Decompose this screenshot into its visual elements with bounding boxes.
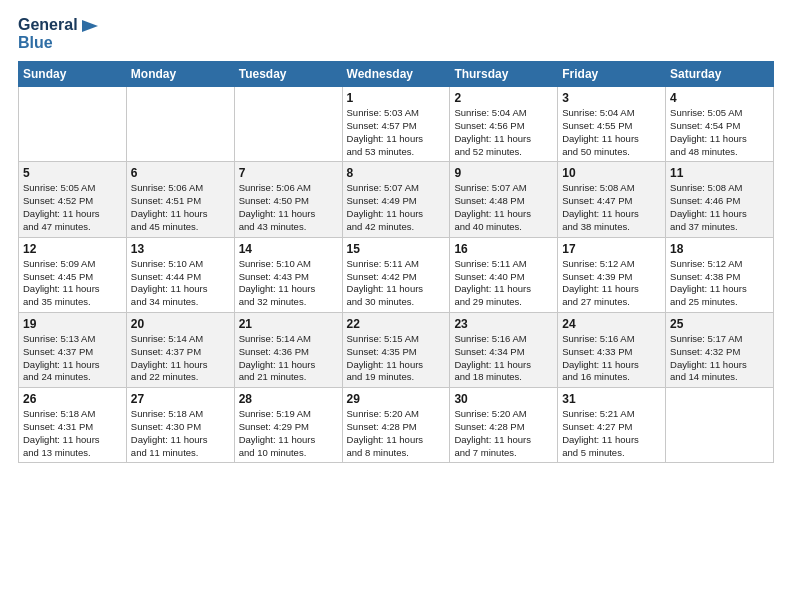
calendar-cell: 19Sunrise: 5:13 AMSunset: 4:37 PMDayligh… [19, 312, 127, 387]
calendar-cell: 10Sunrise: 5:08 AMSunset: 4:47 PMDayligh… [558, 162, 666, 237]
calendar-table: SundayMondayTuesdayWednesdayThursdayFrid… [18, 61, 774, 463]
day-info: Sunrise: 5:19 AMSunset: 4:29 PMDaylight:… [239, 408, 338, 459]
day-info: Sunrise: 5:12 AMSunset: 4:38 PMDaylight:… [670, 258, 769, 309]
calendar-cell: 15Sunrise: 5:11 AMSunset: 4:42 PMDayligh… [342, 237, 450, 312]
day-number: 20 [131, 317, 230, 331]
day-number: 11 [670, 166, 769, 180]
weekday-header-wednesday: Wednesday [342, 62, 450, 87]
day-info: Sunrise: 5:08 AMSunset: 4:46 PMDaylight:… [670, 182, 769, 233]
day-number: 8 [347, 166, 446, 180]
calendar-cell: 26Sunrise: 5:18 AMSunset: 4:31 PMDayligh… [19, 388, 127, 463]
calendar-cell: 8Sunrise: 5:07 AMSunset: 4:49 PMDaylight… [342, 162, 450, 237]
day-info: Sunrise: 5:08 AMSunset: 4:47 PMDaylight:… [562, 182, 661, 233]
day-info: Sunrise: 5:07 AMSunset: 4:48 PMDaylight:… [454, 182, 553, 233]
day-info: Sunrise: 5:04 AMSunset: 4:56 PMDaylight:… [454, 107, 553, 158]
calendar-cell: 16Sunrise: 5:11 AMSunset: 4:40 PMDayligh… [450, 237, 558, 312]
header: General Blue [18, 16, 774, 51]
calendar-cell: 7Sunrise: 5:06 AMSunset: 4:50 PMDaylight… [234, 162, 342, 237]
day-number: 10 [562, 166, 661, 180]
calendar-cell: 22Sunrise: 5:15 AMSunset: 4:35 PMDayligh… [342, 312, 450, 387]
calendar-week-3: 12Sunrise: 5:09 AMSunset: 4:45 PMDayligh… [19, 237, 774, 312]
logo-arrow-icon [82, 20, 98, 32]
day-info: Sunrise: 5:18 AMSunset: 4:30 PMDaylight:… [131, 408, 230, 459]
day-number: 7 [239, 166, 338, 180]
day-info: Sunrise: 5:09 AMSunset: 4:45 PMDaylight:… [23, 258, 122, 309]
day-number: 22 [347, 317, 446, 331]
day-info: Sunrise: 5:13 AMSunset: 4:37 PMDaylight:… [23, 333, 122, 384]
day-number: 3 [562, 91, 661, 105]
day-number: 18 [670, 242, 769, 256]
calendar-cell: 4Sunrise: 5:05 AMSunset: 4:54 PMDaylight… [666, 87, 774, 162]
day-number: 21 [239, 317, 338, 331]
calendar-week-1: 1Sunrise: 5:03 AMSunset: 4:57 PMDaylight… [19, 87, 774, 162]
day-number: 29 [347, 392, 446, 406]
calendar-cell: 2Sunrise: 5:04 AMSunset: 4:56 PMDaylight… [450, 87, 558, 162]
calendar-cell: 17Sunrise: 5:12 AMSunset: 4:39 PMDayligh… [558, 237, 666, 312]
weekday-header-friday: Friday [558, 62, 666, 87]
calendar-cell: 1Sunrise: 5:03 AMSunset: 4:57 PMDaylight… [342, 87, 450, 162]
calendar-cell: 28Sunrise: 5:19 AMSunset: 4:29 PMDayligh… [234, 388, 342, 463]
day-number: 27 [131, 392, 230, 406]
calendar-cell: 6Sunrise: 5:06 AMSunset: 4:51 PMDaylight… [126, 162, 234, 237]
logo-text-block: General Blue [18, 16, 98, 51]
calendar-week-5: 26Sunrise: 5:18 AMSunset: 4:31 PMDayligh… [19, 388, 774, 463]
calendar-cell: 30Sunrise: 5:20 AMSunset: 4:28 PMDayligh… [450, 388, 558, 463]
day-number: 19 [23, 317, 122, 331]
day-number: 26 [23, 392, 122, 406]
calendar-cell: 24Sunrise: 5:16 AMSunset: 4:33 PMDayligh… [558, 312, 666, 387]
calendar-cell: 25Sunrise: 5:17 AMSunset: 4:32 PMDayligh… [666, 312, 774, 387]
day-info: Sunrise: 5:11 AMSunset: 4:40 PMDaylight:… [454, 258, 553, 309]
weekday-header-tuesday: Tuesday [234, 62, 342, 87]
day-info: Sunrise: 5:07 AMSunset: 4:49 PMDaylight:… [347, 182, 446, 233]
calendar-cell: 12Sunrise: 5:09 AMSunset: 4:45 PMDayligh… [19, 237, 127, 312]
day-number: 14 [239, 242, 338, 256]
logo-blue: Blue [18, 34, 98, 52]
day-number: 4 [670, 91, 769, 105]
weekday-header-row: SundayMondayTuesdayWednesdayThursdayFrid… [19, 62, 774, 87]
day-number: 25 [670, 317, 769, 331]
logo-general: General [18, 16, 98, 34]
day-number: 31 [562, 392, 661, 406]
calendar-cell: 9Sunrise: 5:07 AMSunset: 4:48 PMDaylight… [450, 162, 558, 237]
calendar-cell [666, 388, 774, 463]
day-info: Sunrise: 5:04 AMSunset: 4:55 PMDaylight:… [562, 107, 661, 158]
calendar-cell: 27Sunrise: 5:18 AMSunset: 4:30 PMDayligh… [126, 388, 234, 463]
calendar-week-2: 5Sunrise: 5:05 AMSunset: 4:52 PMDaylight… [19, 162, 774, 237]
calendar-cell: 14Sunrise: 5:10 AMSunset: 4:43 PMDayligh… [234, 237, 342, 312]
day-number: 17 [562, 242, 661, 256]
day-number: 2 [454, 91, 553, 105]
day-number: 30 [454, 392, 553, 406]
calendar-cell: 13Sunrise: 5:10 AMSunset: 4:44 PMDayligh… [126, 237, 234, 312]
calendar-cell: 31Sunrise: 5:21 AMSunset: 4:27 PMDayligh… [558, 388, 666, 463]
calendar-cell: 29Sunrise: 5:20 AMSunset: 4:28 PMDayligh… [342, 388, 450, 463]
calendar-cell: 20Sunrise: 5:14 AMSunset: 4:37 PMDayligh… [126, 312, 234, 387]
day-number: 13 [131, 242, 230, 256]
weekday-header-saturday: Saturday [666, 62, 774, 87]
day-info: Sunrise: 5:05 AMSunset: 4:52 PMDaylight:… [23, 182, 122, 233]
day-info: Sunrise: 5:14 AMSunset: 4:36 PMDaylight:… [239, 333, 338, 384]
day-number: 24 [562, 317, 661, 331]
weekday-header-sunday: Sunday [19, 62, 127, 87]
day-info: Sunrise: 5:10 AMSunset: 4:43 PMDaylight:… [239, 258, 338, 309]
calendar-cell: 3Sunrise: 5:04 AMSunset: 4:55 PMDaylight… [558, 87, 666, 162]
day-info: Sunrise: 5:20 AMSunset: 4:28 PMDaylight:… [454, 408, 553, 459]
day-info: Sunrise: 5:03 AMSunset: 4:57 PMDaylight:… [347, 107, 446, 158]
page: General Blue SundayMondayTuesdayWednesda… [0, 0, 792, 612]
calendar-cell: 23Sunrise: 5:16 AMSunset: 4:34 PMDayligh… [450, 312, 558, 387]
day-info: Sunrise: 5:12 AMSunset: 4:39 PMDaylight:… [562, 258, 661, 309]
weekday-header-thursday: Thursday [450, 62, 558, 87]
day-info: Sunrise: 5:15 AMSunset: 4:35 PMDaylight:… [347, 333, 446, 384]
calendar-cell: 21Sunrise: 5:14 AMSunset: 4:36 PMDayligh… [234, 312, 342, 387]
calendar-cell [19, 87, 127, 162]
calendar-cell: 5Sunrise: 5:05 AMSunset: 4:52 PMDaylight… [19, 162, 127, 237]
svg-marker-0 [82, 20, 98, 32]
day-info: Sunrise: 5:21 AMSunset: 4:27 PMDaylight:… [562, 408, 661, 459]
calendar-cell: 18Sunrise: 5:12 AMSunset: 4:38 PMDayligh… [666, 237, 774, 312]
day-number: 23 [454, 317, 553, 331]
day-number: 6 [131, 166, 230, 180]
day-info: Sunrise: 5:18 AMSunset: 4:31 PMDaylight:… [23, 408, 122, 459]
day-info: Sunrise: 5:11 AMSunset: 4:42 PMDaylight:… [347, 258, 446, 309]
calendar-cell: 11Sunrise: 5:08 AMSunset: 4:46 PMDayligh… [666, 162, 774, 237]
day-number: 12 [23, 242, 122, 256]
logo: General Blue [18, 16, 98, 51]
